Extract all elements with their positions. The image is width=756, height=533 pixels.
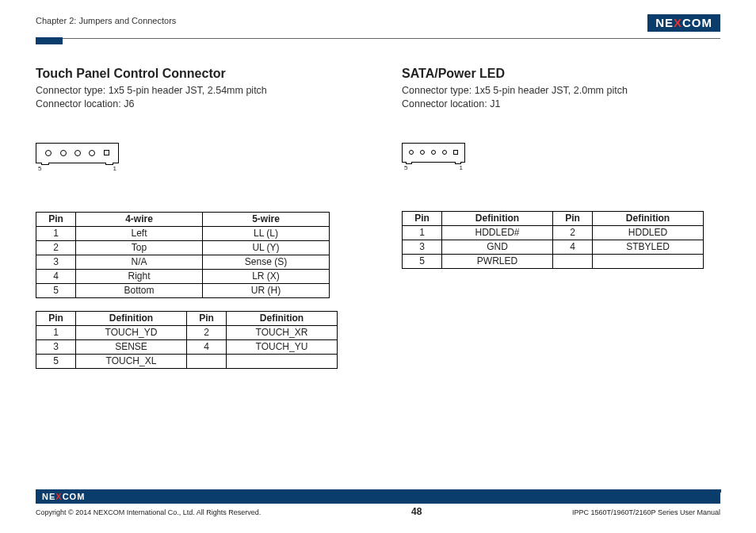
cell: TOUCH_YU <box>227 339 338 354</box>
cell: STBYLED <box>593 240 704 254</box>
brand-right: COM <box>63 492 86 501</box>
cell: 2 <box>553 225 593 240</box>
pin-label-1: 1 <box>460 164 463 171</box>
cell: LL (L) <box>203 226 330 240</box>
brand-left: NE <box>42 492 55 501</box>
touch-def-table: Pin Definition Pin Definition 1TOUCH_YD2… <box>36 311 338 369</box>
th-pin: Pin <box>187 311 227 325</box>
cell: TOUCH_XR <box>227 325 338 339</box>
cell: 4 <box>553 240 593 254</box>
cell: 5 <box>403 254 442 268</box>
notch-icon <box>41 163 49 165</box>
left-title: Touch Panel Control Connector <box>36 67 354 81</box>
cell: UR (H) <box>203 283 330 297</box>
th-5wire: 5-wire <box>203 212 330 226</box>
cell: 4 <box>36 269 76 283</box>
footer-ornament-icon <box>713 489 721 504</box>
th-def: Definition <box>76 311 187 325</box>
cell: 4 <box>187 339 227 354</box>
pin-label-1: 1 <box>113 165 116 172</box>
footer-logo: NEXCOM <box>42 492 85 501</box>
cell <box>553 254 593 268</box>
cell: Right <box>76 269 203 283</box>
brand-x: X <box>55 492 62 501</box>
pin-label-5: 5 <box>38 165 41 172</box>
connector-diagram-j6: 5 1 <box>36 143 354 172</box>
cell: N/A <box>76 255 203 269</box>
cell: SENSE <box>76 339 187 354</box>
cell: 2 <box>187 325 227 339</box>
cell: LR (X) <box>203 269 330 283</box>
page-number: 48 <box>411 506 422 517</box>
footer-bar: NEXCOM <box>36 489 720 504</box>
notch-icon <box>406 162 412 164</box>
brand-logo: NEXCOM <box>647 14 720 32</box>
connector-diagram-j1: 5 1 <box>402 143 720 171</box>
copyright: Copyright © 2014 NEXCOM International Co… <box>36 508 261 516</box>
cell: Bottom <box>76 283 203 297</box>
cell: 3 <box>403 240 442 254</box>
th-pin: Pin <box>403 211 442 225</box>
cell <box>227 354 338 368</box>
notch-icon <box>455 162 461 164</box>
header-tab <box>36 37 63 44</box>
th-pin: Pin <box>36 311 76 325</box>
pin-icon <box>74 150 81 156</box>
chapter-label: Chapter 2: Jumpers and Connectors <box>36 14 176 25</box>
notch-icon <box>105 163 113 165</box>
pin-icon <box>431 150 436 155</box>
pin-label-5: 5 <box>404 164 407 171</box>
cell <box>593 254 704 268</box>
cell: 3 <box>36 255 76 269</box>
pin-icon <box>453 150 458 155</box>
pin-icon <box>60 150 67 156</box>
pin-icon <box>45 150 52 156</box>
th-def: Definition <box>442 211 553 225</box>
cell: 1 <box>36 325 76 339</box>
th-4wire: 4-wire <box>76 212 203 226</box>
sata-led-table: Pin Definition Pin Definition 1HDDLED#2H… <box>402 211 704 269</box>
cell: 1 <box>36 226 76 240</box>
brand-left: NE <box>655 16 674 29</box>
cell: GND <box>442 240 553 254</box>
pin-icon <box>89 150 95 156</box>
cell: HDDLED <box>593 225 704 240</box>
cell <box>187 354 227 368</box>
cell: 3 <box>36 339 76 354</box>
cell: Top <box>76 240 203 255</box>
header-rule <box>36 38 720 44</box>
cell: UL (Y) <box>203 240 330 255</box>
cell: Sense (S) <box>203 255 330 269</box>
cell: HDDLED# <box>442 225 553 240</box>
cell: 5 <box>36 354 76 368</box>
cell: TOUCH_XL <box>76 354 187 368</box>
cell: TOUCH_YD <box>76 325 187 339</box>
pin-icon <box>409 150 414 155</box>
right-title: SATA/Power LED <box>402 67 720 81</box>
cell: PWRLED <box>442 254 553 268</box>
cell: 5 <box>36 283 76 297</box>
right-loc-line: Connector location: J1 <box>402 98 720 111</box>
cell: 2 <box>36 240 76 255</box>
cell: 1 <box>403 225 442 240</box>
left-type-line: Connector type: 1x5 5-pin header JST, 2.… <box>36 84 354 98</box>
touch-wire-table: Pin 4-wire 5-wire 1LeftLL (L) 2TopUL (Y)… <box>36 212 330 298</box>
th-def: Definition <box>593 211 704 225</box>
th-pin: Pin <box>553 211 593 225</box>
left-loc-line: Connector location: J6 <box>36 98 354 111</box>
pin-icon <box>420 150 425 155</box>
manual-name: IPPC 1560T/1960T/2160P Series User Manua… <box>572 508 720 516</box>
pin-icon <box>442 150 447 155</box>
right-type-line: Connector type: 1x5 5-pin header JST, 2.… <box>402 84 720 98</box>
cell: Left <box>76 226 203 240</box>
th-pin: Pin <box>36 212 76 226</box>
pin-icon <box>104 150 109 155</box>
brand-right: COM <box>682 16 712 29</box>
th-def: Definition <box>227 311 338 325</box>
brand-x: X <box>674 16 682 29</box>
